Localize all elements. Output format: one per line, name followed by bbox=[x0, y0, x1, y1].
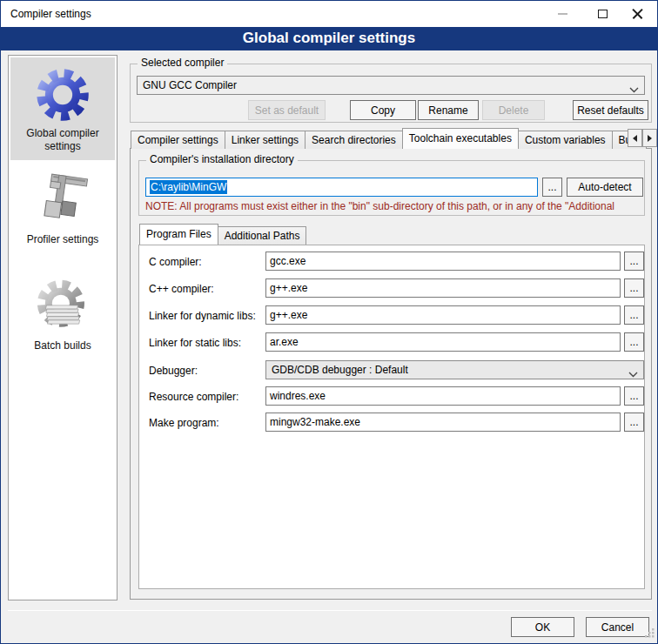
maximize-button[interactable] bbox=[588, 1, 617, 27]
tab-label: Additional Paths bbox=[225, 230, 300, 242]
arrow-right-icon bbox=[648, 135, 652, 142]
install-dir-input[interactable]: C:\raylib\MinGW bbox=[145, 178, 538, 197]
titlebar[interactable]: Compiler settings bbox=[1, 1, 657, 27]
compiler-select[interactable]: GNU GCC Compiler bbox=[137, 76, 645, 95]
tab-label: Custom variables bbox=[525, 134, 606, 146]
settings-sidebar: Global compiler settings Profiler settin… bbox=[8, 55, 118, 600]
tab-label: Linker settings bbox=[232, 134, 299, 146]
button-label: Set as default bbox=[255, 104, 319, 117]
caliper-icon bbox=[10, 169, 115, 233]
field-label-c-compiler: C compiler: bbox=[149, 256, 262, 268]
button-label: Copy bbox=[371, 104, 395, 117]
install-dir-value: C:\raylib\MinGW bbox=[150, 180, 227, 194]
button-label: ... bbox=[629, 416, 638, 428]
minimize-button[interactable] bbox=[547, 1, 577, 27]
chevron-down-icon bbox=[628, 368, 638, 380]
minimize-icon bbox=[558, 13, 567, 15]
close-button[interactable] bbox=[622, 1, 652, 27]
ok-button[interactable]: OK bbox=[511, 617, 574, 637]
linker-static-input[interactable]: ar.exe bbox=[265, 332, 621, 352]
linker-dynamic-input[interactable]: g++.exe bbox=[265, 305, 621, 325]
tab-label: Program Files bbox=[146, 228, 212, 240]
tab-compiler-settings[interactable]: Compiler settings bbox=[131, 131, 225, 149]
maximize-icon bbox=[598, 10, 608, 18]
blue-gear-icon bbox=[10, 63, 115, 127]
field-label-debugger: Debugger: bbox=[149, 365, 262, 377]
c-compiler-browse-button[interactable]: ... bbox=[624, 252, 644, 271]
main-tabstrip: Compiler settings Linker settings Search… bbox=[131, 128, 646, 149]
button-label: Auto-detect bbox=[578, 181, 631, 193]
window-title: Compiler settings bbox=[10, 8, 91, 20]
tab-label: Toolchain executables bbox=[409, 132, 512, 144]
button-label: OK bbox=[535, 621, 550, 634]
program-tabstrip: Program Files Additional Paths bbox=[139, 224, 306, 245]
field-value: ar.exe bbox=[270, 336, 299, 348]
button-label: ... bbox=[629, 309, 638, 321]
field-label-resource-compiler: Resource compiler: bbox=[149, 391, 262, 403]
set-as-default-button: Set as default bbox=[248, 100, 326, 120]
compiler-settings-dialog: Compiler settings Global compiler settin… bbox=[0, 0, 658, 644]
c-compiler-input[interactable]: gcc.exe bbox=[265, 252, 621, 271]
field-value: gcc.exe bbox=[270, 255, 306, 267]
linker-static-browse-button[interactable]: ... bbox=[624, 332, 644, 352]
close-icon bbox=[632, 9, 643, 20]
debugger-select[interactable]: GDB/CDB debugger : Default bbox=[265, 360, 644, 379]
sidebar-item-profiler-settings[interactable]: Profiler settings bbox=[10, 164, 115, 266]
tab-label: Search directories bbox=[312, 134, 396, 146]
gray-gear-stack-icon bbox=[10, 275, 115, 339]
button-label: ... bbox=[629, 255, 638, 267]
make-program-input[interactable]: mingw32-make.exe bbox=[265, 413, 621, 432]
button-label: Reset defaults bbox=[577, 104, 644, 117]
resource-compiler-browse-button[interactable]: ... bbox=[624, 386, 644, 406]
tab-custom-variables[interactable]: Custom variables bbox=[518, 131, 613, 149]
resize-grip-icon[interactable] bbox=[644, 627, 655, 641]
group-label: Compiler's installation directory bbox=[146, 153, 298, 165]
copy-button[interactable]: Copy bbox=[350, 100, 416, 120]
sidebar-item-batch-builds[interactable]: Batch builds bbox=[10, 270, 115, 372]
tab-toolchain-executables[interactable]: Toolchain executables bbox=[402, 128, 519, 149]
field-value: GDB/CDB debugger : Default bbox=[272, 364, 408, 376]
chevron-down-icon bbox=[629, 84, 639, 96]
sidebar-item-label: Global compiler settings bbox=[10, 127, 115, 153]
button-label: ... bbox=[629, 282, 638, 294]
arrow-left-icon bbox=[633, 135, 637, 142]
auto-detect-button[interactable]: Auto-detect bbox=[567, 178, 643, 197]
field-value: g++.exe bbox=[270, 309, 307, 321]
linker-dynamic-browse-button[interactable]: ... bbox=[624, 305, 644, 325]
resource-compiler-input[interactable]: windres.exe bbox=[265, 386, 621, 406]
tab-additional-paths[interactable]: Additional Paths bbox=[218, 226, 307, 245]
group-label: Selected compiler bbox=[138, 57, 227, 69]
install-dir-browse-button[interactable]: ... bbox=[542, 178, 562, 197]
field-label-linker-dynamic: Linker for dynamic libs: bbox=[149, 310, 262, 322]
tab-search-directories[interactable]: Search directories bbox=[305, 131, 403, 149]
field-label-linker-static: Linker for static libs: bbox=[149, 337, 262, 349]
field-value: windres.exe bbox=[270, 390, 326, 402]
tab-label: Compiler settings bbox=[138, 134, 218, 146]
rename-button[interactable]: Rename bbox=[418, 100, 479, 120]
button-label: Delete bbox=[499, 104, 529, 117]
page-title: Global compiler settings bbox=[1, 27, 657, 50]
install-dir-note: NOTE: All programs must exist either in … bbox=[145, 200, 644, 212]
cpp-compiler-input[interactable]: g++.exe bbox=[265, 278, 621, 298]
cpp-compiler-browse-button[interactable]: ... bbox=[624, 278, 644, 298]
button-label: ... bbox=[629, 390, 638, 402]
sidebar-item-label: Profiler settings bbox=[10, 233, 115, 246]
make-program-browse-button[interactable]: ... bbox=[624, 413, 644, 432]
tab-program-files[interactable]: Program Files bbox=[139, 224, 218, 245]
button-label: Rename bbox=[428, 104, 467, 117]
tab-scroll-left-button[interactable] bbox=[628, 129, 642, 147]
delete-button: Delete bbox=[482, 100, 545, 120]
button-label: Cancel bbox=[601, 621, 634, 634]
field-value: mingw32-make.exe bbox=[270, 416, 360, 428]
reset-defaults-button[interactable]: Reset defaults bbox=[573, 100, 648, 120]
cancel-button[interactable]: Cancel bbox=[586, 617, 649, 637]
field-value: g++.exe bbox=[270, 282, 307, 294]
compiler-select-value: GNU GCC Compiler bbox=[143, 79, 237, 91]
field-label-make-program: Make program: bbox=[149, 417, 262, 429]
button-label: ... bbox=[629, 336, 638, 348]
button-label: ... bbox=[547, 181, 556, 193]
tab-scroll-right-button[interactable] bbox=[642, 129, 657, 147]
sidebar-item-global-compiler-settings[interactable]: Global compiler settings bbox=[10, 57, 115, 160]
field-label-cpp-compiler: C++ compiler: bbox=[149, 283, 262, 295]
tab-linker-settings[interactable]: Linker settings bbox=[225, 131, 306, 149]
